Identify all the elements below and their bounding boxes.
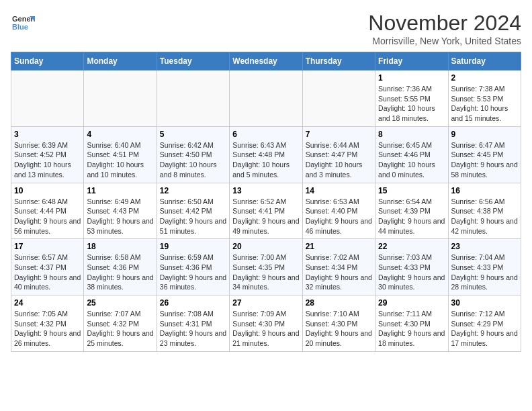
calendar-cell: 20Sunrise: 7:00 AM Sunset: 4:35 PM Dayli…: [230, 239, 302, 295]
calendar-cell: 14Sunrise: 6:53 AM Sunset: 4:40 PM Dayli…: [302, 183, 375, 239]
day-number: 7: [306, 130, 372, 139]
svg-text:General: General: [12, 15, 35, 23]
day-info: Sunrise: 6:50 AM Sunset: 4:42 PM Dayligh…: [160, 197, 226, 236]
calendar-cell: 18Sunrise: 6:58 AM Sunset: 4:36 PM Dayli…: [84, 239, 157, 295]
page-header: General Blue November 2024 Morrisville, …: [11, 11, 521, 46]
day-number: 15: [378, 186, 445, 195]
day-info: Sunrise: 6:58 AM Sunset: 4:36 PM Dayligh…: [87, 253, 153, 292]
calendar-cell: 30Sunrise: 7:12 AM Sunset: 4:29 PM Dayli…: [448, 295, 521, 352]
day-number: 14: [306, 186, 372, 195]
calendar-cell: 27Sunrise: 7:09 AM Sunset: 4:30 PM Dayli…: [230, 295, 302, 352]
calendar-cell: 8Sunrise: 6:45 AM Sunset: 4:46 PM Daylig…: [375, 126, 448, 183]
day-number: 22: [378, 242, 445, 251]
calendar-cell: 26Sunrise: 7:08 AM Sunset: 4:31 PM Dayli…: [157, 295, 229, 352]
day-number: 18: [87, 242, 153, 251]
calendar-cell: 15Sunrise: 6:54 AM Sunset: 4:39 PM Dayli…: [375, 183, 448, 239]
day-info: Sunrise: 7:00 AM Sunset: 4:35 PM Dayligh…: [232, 253, 299, 292]
day-info: Sunrise: 7:02 AM Sunset: 4:34 PM Dayligh…: [306, 253, 372, 292]
day-info: Sunrise: 7:12 AM Sunset: 4:29 PM Dayligh…: [451, 309, 518, 349]
day-info: Sunrise: 6:39 AM Sunset: 4:52 PM Dayligh…: [14, 140, 81, 180]
calendar-cell: 25Sunrise: 7:07 AM Sunset: 4:32 PM Dayli…: [84, 295, 157, 352]
day-info: Sunrise: 7:11 AM Sunset: 4:30 PM Dayligh…: [378, 309, 445, 349]
week-row-4: 17Sunrise: 6:57 AM Sunset: 4:37 PM Dayli…: [11, 239, 521, 295]
day-number: 26: [160, 298, 226, 308]
day-header-tuesday: Tuesday: [157, 52, 229, 71]
day-header-row: SundayMondayTuesdayWednesdayThursdayFrid…: [11, 52, 521, 71]
week-row-2: 3Sunrise: 6:39 AM Sunset: 4:52 PM Daylig…: [11, 126, 521, 183]
day-number: 28: [306, 298, 372, 308]
day-number: 13: [232, 186, 299, 195]
calendar-cell: 29Sunrise: 7:11 AM Sunset: 4:30 PM Dayli…: [375, 295, 448, 352]
day-info: Sunrise: 6:44 AM Sunset: 4:47 PM Dayligh…: [306, 140, 372, 180]
day-number: 20: [232, 242, 299, 251]
day-info: Sunrise: 6:43 AM Sunset: 4:48 PM Dayligh…: [232, 140, 299, 180]
day-number: 10: [14, 186, 81, 195]
day-info: Sunrise: 6:45 AM Sunset: 4:46 PM Dayligh…: [378, 140, 445, 180]
day-info: Sunrise: 6:59 AM Sunset: 4:36 PM Dayligh…: [160, 253, 226, 292]
calendar-cell: [157, 71, 229, 127]
day-info: Sunrise: 6:40 AM Sunset: 4:51 PM Dayligh…: [87, 140, 153, 180]
logo: General Blue: [11, 11, 35, 35]
day-number: 3: [14, 130, 81, 139]
title-area: November 2024 Morrisville, New York, Uni…: [368, 11, 521, 46]
location: Morrisville, New York, United States: [368, 36, 521, 46]
month-title: November 2024: [368, 11, 521, 36]
week-row-3: 10Sunrise: 6:48 AM Sunset: 4:44 PM Dayli…: [11, 183, 521, 239]
day-number: 25: [87, 298, 153, 308]
day-number: 2: [451, 73, 518, 83]
day-info: Sunrise: 6:52 AM Sunset: 4:41 PM Dayligh…: [232, 197, 299, 236]
day-number: 17: [14, 242, 81, 251]
calendar-cell: 13Sunrise: 6:52 AM Sunset: 4:41 PM Dayli…: [230, 183, 302, 239]
calendar-cell: 6Sunrise: 6:43 AM Sunset: 4:48 PM Daylig…: [230, 126, 302, 183]
day-info: Sunrise: 6:56 AM Sunset: 4:38 PM Dayligh…: [451, 197, 518, 236]
calendar-cell: 7Sunrise: 6:44 AM Sunset: 4:47 PM Daylig…: [302, 126, 375, 183]
calendar-cell: 4Sunrise: 6:40 AM Sunset: 4:51 PM Daylig…: [84, 126, 157, 183]
day-number: 5: [160, 130, 226, 139]
day-info: Sunrise: 6:49 AM Sunset: 4:43 PM Dayligh…: [87, 197, 153, 236]
calendar-cell: 5Sunrise: 6:42 AM Sunset: 4:50 PM Daylig…: [157, 126, 229, 183]
day-number: 4: [87, 130, 153, 139]
day-number: 23: [451, 242, 518, 251]
day-number: 24: [14, 298, 81, 308]
calendar-cell: 11Sunrise: 6:49 AM Sunset: 4:43 PM Dayli…: [84, 183, 157, 239]
logo-icon: General Blue: [11, 11, 35, 35]
calendar-cell: [302, 71, 375, 127]
day-number: 9: [451, 130, 518, 139]
calendar-cell: 16Sunrise: 6:56 AM Sunset: 4:38 PM Dayli…: [448, 183, 521, 239]
calendar-table: SundayMondayTuesdayWednesdayThursdayFrid…: [11, 52, 521, 352]
calendar-cell: 21Sunrise: 7:02 AM Sunset: 4:34 PM Dayli…: [302, 239, 375, 295]
day-number: 16: [451, 186, 518, 195]
calendar-cell: 1Sunrise: 7:36 AM Sunset: 5:55 PM Daylig…: [375, 71, 448, 127]
day-info: Sunrise: 7:09 AM Sunset: 4:30 PM Dayligh…: [232, 309, 299, 349]
calendar-cell: 22Sunrise: 7:03 AM Sunset: 4:33 PM Dayli…: [375, 239, 448, 295]
day-header-sunday: Sunday: [11, 52, 84, 71]
day-header-friday: Friday: [375, 52, 448, 71]
day-header-thursday: Thursday: [302, 52, 375, 71]
calendar-cell: [11, 71, 84, 127]
calendar-cell: 24Sunrise: 7:05 AM Sunset: 4:32 PM Dayli…: [11, 295, 84, 352]
day-number: 19: [160, 242, 226, 251]
day-number: 30: [451, 298, 518, 308]
day-number: 21: [306, 242, 372, 251]
day-info: Sunrise: 6:57 AM Sunset: 4:37 PM Dayligh…: [14, 253, 81, 292]
day-header-monday: Monday: [84, 52, 157, 71]
calendar-cell: 12Sunrise: 6:50 AM Sunset: 4:42 PM Dayli…: [157, 183, 229, 239]
day-info: Sunrise: 6:54 AM Sunset: 4:39 PM Dayligh…: [378, 197, 445, 236]
day-header-saturday: Saturday: [448, 52, 521, 71]
day-info: Sunrise: 7:36 AM Sunset: 5:55 PM Dayligh…: [378, 84, 445, 124]
day-number: 12: [160, 186, 226, 195]
day-info: Sunrise: 7:07 AM Sunset: 4:32 PM Dayligh…: [87, 309, 153, 349]
week-row-1: 1Sunrise: 7:36 AM Sunset: 5:55 PM Daylig…: [11, 71, 521, 127]
day-info: Sunrise: 7:08 AM Sunset: 4:31 PM Dayligh…: [160, 309, 226, 349]
day-info: Sunrise: 6:42 AM Sunset: 4:50 PM Dayligh…: [160, 140, 226, 180]
calendar-cell: 3Sunrise: 6:39 AM Sunset: 4:52 PM Daylig…: [11, 126, 84, 183]
calendar-cell: [84, 71, 157, 127]
calendar-cell: [230, 71, 302, 127]
calendar-cell: 28Sunrise: 7:10 AM Sunset: 4:30 PM Dayli…: [302, 295, 375, 352]
calendar-cell: 2Sunrise: 7:38 AM Sunset: 5:53 PM Daylig…: [448, 71, 521, 127]
svg-text:Blue: Blue: [12, 23, 28, 31]
day-info: Sunrise: 7:10 AM Sunset: 4:30 PM Dayligh…: [306, 309, 372, 349]
day-number: 11: [87, 186, 153, 195]
calendar-cell: 9Sunrise: 6:47 AM Sunset: 4:45 PM Daylig…: [448, 126, 521, 183]
day-number: 1: [378, 73, 445, 83]
